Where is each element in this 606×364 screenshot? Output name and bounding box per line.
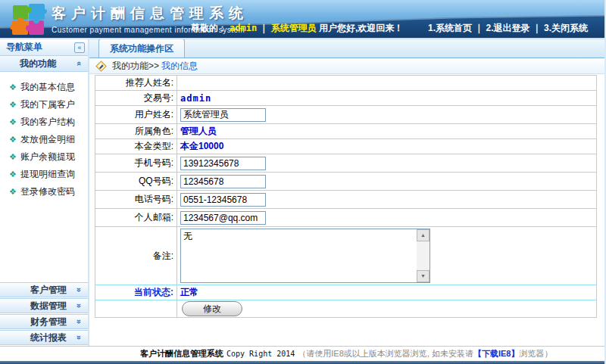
- table-row: 本金类型: 本金10000: [95, 139, 597, 154]
- sidebar-item-sub-customers[interactable]: ❖ 我的下属客户: [0, 96, 88, 114]
- field-label: 个人邮箱:: [95, 209, 177, 227]
- footer-copyright: Copy Right 2014: [226, 350, 295, 358]
- content-row: 导航菜单 « 我的功能 « ❖ 我的基本信息 ❖ 我的下属客户 ❖ 我的客户结构: [0, 39, 604, 346]
- sidebar-item-commission-detail[interactable]: ❖ 发放佣金明细: [0, 131, 88, 148]
- sidebar-section-finance-mgmt[interactable]: 财务管理 «: [0, 314, 88, 329]
- sidebar-item-label: 我的下属客户: [20, 98, 75, 111]
- scroll-up-icon[interactable]: ▲: [417, 229, 430, 241]
- note-pencil-icon: [95, 61, 107, 72]
- sidebar: 导航菜单 « 我的功能 « ❖ 我的基本信息 ❖ 我的下属客户 ❖ 我的客户结构: [0, 39, 89, 346]
- section-label: 财务管理: [30, 316, 76, 328]
- modify-button[interactable]: 修改: [182, 301, 242, 316]
- sidebar-collapse-icon[interactable]: «: [74, 42, 85, 53]
- field-label: 交易号:: [95, 91, 177, 106]
- sidebar-section-my-functions[interactable]: 我的功能 «: [0, 56, 88, 72]
- field-label: 用户姓名:: [95, 106, 177, 124]
- chevron-up-icon: «: [75, 61, 84, 66]
- user-name-field[interactable]: [180, 108, 266, 122]
- section-label: 客户管理: [30, 284, 76, 297]
- section-label: 统计报表: [30, 331, 76, 344]
- breadcrumb: 我的功能>> 我的信息: [89, 58, 604, 74]
- sidebar-item-label: 我的客户结构: [20, 116, 75, 129]
- remarks-textarea[interactable]: 无: [180, 229, 430, 283]
- remarks-area: 无 ▲ ▼: [180, 229, 430, 283]
- puzzle-bullet-icon: ❖: [9, 187, 17, 197]
- username: admin: [230, 23, 257, 33]
- mobile-field[interactable]: [180, 157, 266, 170]
- puzzle-logo-icon: [11, 2, 47, 39]
- table-row: 当前状态: 正常: [95, 285, 597, 300]
- scroll-down-icon[interactable]: ▼: [417, 270, 430, 282]
- footer-note-pre: （请使用IE8或以上版本浏览器浏览, 如未安装请: [298, 348, 473, 359]
- chevron-down-icon: «: [73, 303, 83, 308]
- chevron-down-icon: «: [73, 288, 83, 292]
- table-row: 所属角色: 管理人员: [95, 124, 597, 139]
- greeting-prefix: 尊敬的：: [191, 23, 227, 33]
- section-label: 数据管理: [30, 300, 76, 313]
- puzzle-bullet-icon: ❖: [9, 117, 17, 127]
- sidebar-section-customer-mgmt[interactable]: 客户管理 «: [0, 282, 88, 297]
- sidebar-item-balance-withdraw[interactable]: ❖ 账户余额提现: [0, 148, 88, 166]
- role-value: 管理人员: [180, 126, 217, 136]
- tab-strip: 系统功能操作区: [89, 39, 604, 58]
- field-label: 本金类型:: [95, 139, 177, 154]
- nav-link-home[interactable]: 1.系统首页: [428, 23, 472, 33]
- puzzle-bullet-icon: ❖: [9, 152, 17, 162]
- nav-link-close[interactable]: 3.关闭系统: [544, 23, 588, 33]
- principal-type-value: 本金10000: [180, 141, 223, 151]
- app-title: 客户计酬信息管理系统: [52, 4, 248, 23]
- referrer-name-value: [177, 76, 597, 91]
- separator: ｜: [533, 23, 542, 33]
- sidebar-menu: ❖ 我的基本信息 ❖ 我的下属客户 ❖ 我的客户结构 ❖ 发放佣金明细 ❖: [0, 72, 88, 201]
- table-row: 推荐人姓名:: [95, 76, 597, 91]
- sidebar-section-statistics[interactable]: 统计报表 «: [0, 330, 88, 345]
- user-role: 系统管理员: [271, 23, 317, 33]
- sidebar-item-label: 提现明细查询: [20, 168, 75, 181]
- table-row: 备注: 无 ▲ ▼: [95, 227, 597, 285]
- download-ie8-link[interactable]: 【下载IE8】: [473, 348, 520, 359]
- table-row: 手机号码:: [95, 154, 597, 173]
- field-label: 手机号码:: [95, 154, 177, 173]
- puzzle-bullet-icon: ❖: [9, 82, 17, 92]
- email-field[interactable]: [180, 211, 266, 225]
- table-row: 交易号: admin: [95, 91, 597, 106]
- separator: ｜: [474, 23, 483, 33]
- phone-field[interactable]: [180, 193, 266, 207]
- field-label: QQ号码:: [95, 173, 177, 191]
- footer-text-band: 客户计酬信息管理系统 Copy Right 2014 （请使用IE8或以上版本浏…: [0, 347, 604, 361]
- main-panel: 系统功能操作区 我的功能>> 我的信息 推荐人姓名:: [89, 39, 604, 346]
- textarea-scrollbar[interactable]: ▲ ▼: [417, 229, 430, 282]
- app-window: 客户计酬信息管理系统 Customer payment management i…: [0, 0, 606, 364]
- table-row: 修改: [95, 300, 597, 318]
- app-header: 客户计酬信息管理系统 Customer payment management i…: [0, 0, 604, 39]
- trade-id-value: admin: [180, 93, 211, 104]
- chevron-down-icon: «: [73, 335, 83, 340]
- empty-cell: [95, 300, 177, 318]
- puzzle-bullet-icon: ❖: [9, 100, 17, 110]
- profile-form-table: 推荐人姓名: 交易号: admin 用户姓名: 所属角色: 管理人员: [95, 75, 597, 318]
- puzzle-bullet-icon: ❖: [9, 170, 17, 179]
- breadcrumb-current: 我的信息: [161, 60, 198, 73]
- sidebar-header: 导航菜单 «: [0, 39, 88, 56]
- sidebar-item-label: 发放佣金明细: [20, 133, 75, 146]
- separator: ｜: [260, 23, 269, 33]
- sidebar-item-change-password[interactable]: ❖ 登录修改密码: [0, 183, 88, 201]
- footer-system-title: 客户计酬信息管理系统: [140, 348, 223, 359]
- footer: 客户计酬信息管理系统 Copy Right 2014 （请使用IE8或以上版本浏…: [0, 346, 604, 364]
- table-row: 电话号码:: [95, 191, 597, 209]
- tab-system-operations[interactable]: 系统功能操作区: [98, 39, 185, 58]
- table-row: 用户姓名:: [95, 106, 597, 124]
- form-area: 推荐人姓名: 交易号: admin 用户姓名: 所属角色: 管理人员: [89, 74, 604, 318]
- sidebar-item-customer-structure[interactable]: ❖ 我的客户结构: [0, 114, 88, 131]
- field-label: 推荐人姓名:: [95, 76, 177, 91]
- footer-bottom-strip: [0, 361, 604, 364]
- sidebar-item-withdraw-query[interactable]: ❖ 提现明细查询: [0, 166, 88, 183]
- status-badge: 正常: [180, 287, 198, 297]
- welcome-text: 用户您好,欢迎回来！: [319, 23, 403, 33]
- section-label: 我的功能: [20, 58, 77, 70]
- qq-field[interactable]: [180, 175, 266, 188]
- sidebar-title: 导航菜单: [6, 41, 74, 54]
- nav-link-logout[interactable]: 2.退出登录: [486, 23, 530, 33]
- sidebar-section-data-mgmt[interactable]: 数据管理 «: [0, 298, 88, 313]
- sidebar-item-basic-info[interactable]: ❖ 我的基本信息: [0, 79, 88, 96]
